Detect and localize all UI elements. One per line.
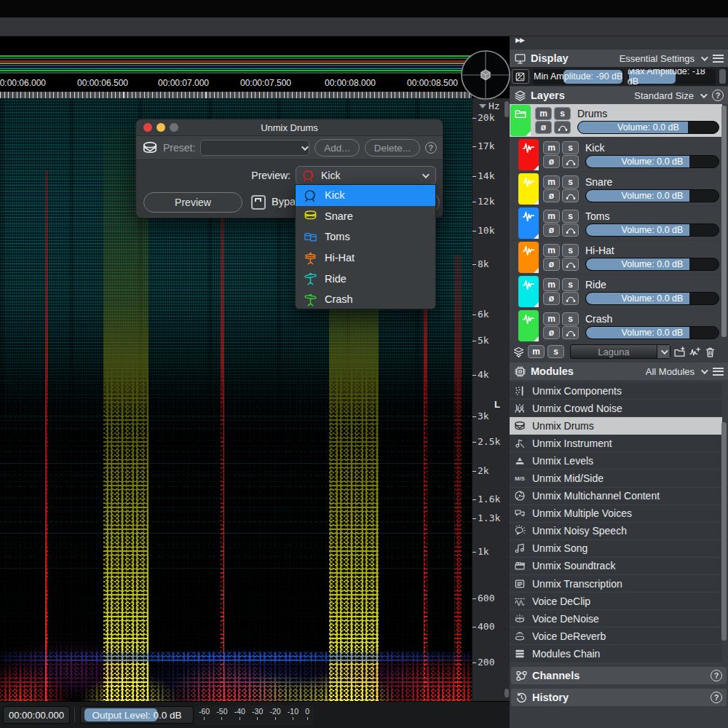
preview-option-snare[interactable]: Snare: [296, 206, 435, 227]
layer-row-ride[interactable]: msRideøVolume: 0.0 dB: [510, 275, 722, 308]
timeline-ticks[interactable]: [0, 92, 472, 98]
envelope-button[interactable]: [562, 189, 579, 202]
modules-scrollbar[interactable]: [721, 422, 727, 641]
frequency-scale[interactable]: Hz L 20k17k14k12k10k8k6k5k4k3k2.5k2k1.6k…: [472, 98, 510, 701]
module-item-voice-declip[interactable]: Voice DeClip: [510, 593, 722, 610]
channels-help-icon[interactable]: ?: [711, 670, 722, 681]
layer-waveform-icon[interactable]: [518, 242, 539, 273]
module-item-unmix-levels[interactable]: Unmix Levels: [510, 452, 722, 470]
mute-button[interactable]: m: [543, 210, 560, 223]
flatten-layers-icon[interactable]: [513, 346, 525, 358]
channels-section-header[interactable]: Channels ?: [511, 667, 727, 684]
min-amplitude-field[interactable]: Min Amplitude: -90 dB: [533, 69, 624, 84]
layers-section-header[interactable]: Layers Standard Size ?: [510, 87, 728, 104]
module-item-voice-dereverb[interactable]: Voice DeReverb: [510, 628, 722, 645]
module-item-unmix-mid-side[interactable]: M/SUnmix Mid/Side: [510, 470, 722, 487]
module-item-unmix-drums[interactable]: Unmix Drums: [510, 417, 722, 435]
solo-button[interactable]: s: [554, 107, 571, 120]
group-folder-icon[interactable]: [510, 105, 531, 136]
sample-select[interactable]: Laguna: [570, 344, 670, 359]
preview-option-toms[interactable]: Toms: [296, 226, 435, 248]
phase-invert-button[interactable]: ø: [543, 258, 560, 271]
playhead-time-field[interactable]: 00:00:00.000: [3, 706, 70, 724]
preview-button[interactable]: Preview: [143, 192, 242, 213]
volume-slider[interactable]: Volume: 0.0 dB: [585, 326, 719, 339]
mute-button[interactable]: m: [535, 107, 552, 120]
layer-waveform-icon[interactable]: [518, 139, 539, 170]
layer-waveform-icon[interactable]: [518, 207, 539, 239]
layer-row-hi-hat[interactable]: msHi-HatøVolume: 0.0 dB: [510, 241, 722, 274]
envelope-button[interactable]: [554, 121, 571, 134]
minimize-window-icon[interactable]: [157, 123, 165, 132]
module-item-voice-denoise[interactable]: Voice DeNoise: [510, 610, 722, 628]
display-section-header[interactable]: Display Essential Settings: [510, 50, 728, 67]
module-item-unmix-multiple-voices[interactable]: Unmix Multiple Voices: [510, 505, 722, 523]
freq-scrollbar-top[interactable]: [505, 101, 509, 117]
volume-slider[interactable]: Volume: 0.0 dB: [585, 258, 719, 271]
new-group-button[interactable]: [673, 346, 686, 358]
display-menu-icon[interactable]: [713, 55, 724, 63]
solo-button[interactable]: s: [562, 278, 579, 291]
modules-section-header[interactable]: Modules All Modules: [510, 363, 728, 380]
panel-collapse-strip[interactable]: ▶▶: [510, 36, 728, 50]
layer-waveform-icon[interactable]: [518, 276, 539, 307]
mute-button[interactable]: m: [543, 244, 560, 257]
layer-row-drums[interactable]: msDrumsøVolume: 0.0 dB: [510, 104, 722, 137]
layers-scrollbar[interactable]: [721, 106, 727, 337]
volume-slider[interactable]: Volume: 0.0 dB: [585, 155, 719, 168]
module-item-unmix-song[interactable]: Unmix Song: [510, 540, 722, 558]
master-mute-button[interactable]: m: [528, 345, 545, 358]
phase-invert-button[interactable]: ø: [543, 155, 560, 168]
volume-slider[interactable]: Volume: 0.0 dB: [577, 121, 719, 134]
layer-row-toms[interactable]: msTomsøVolume: 0.0 dB: [510, 207, 722, 240]
envelope-button[interactable]: [562, 258, 579, 271]
volume-slider[interactable]: Volume: 0.0 dB: [585, 189, 719, 202]
dialog-help-icon[interactable]: ?: [425, 142, 437, 154]
max-amplitude-field[interactable]: Max Amplitude: -18 dB: [628, 69, 716, 84]
history-section-header[interactable]: History ?: [511, 689, 727, 706]
preview-option-crash[interactable]: Crash: [296, 289, 435, 309]
volume-slider[interactable]: Volume: 0.0 dB: [585, 223, 719, 237]
modules-filter-preset[interactable]: All Modules: [646, 366, 695, 377]
solo-button[interactable]: s: [562, 141, 579, 154]
module-item-unmix-multichannel-content[interactable]: Unmix Multichannel Content: [510, 488, 722, 505]
overview-navigator[interactable]: [0, 55, 472, 75]
module-item-unmix-components[interactable]: Unmix Components: [510, 382, 722, 400]
preview-option-ride[interactable]: Ride: [296, 268, 435, 289]
phase-invert-button[interactable]: ø: [543, 223, 560, 237]
phase-invert-button[interactable]: ø: [535, 121, 552, 134]
module-item-unmix-instrument[interactable]: Unmix Instrument: [510, 435, 722, 452]
amplitude-contrast-button[interactable]: [512, 69, 529, 84]
volume-slider[interactable]: Volume: 0.0 dB: [585, 292, 719, 305]
solo-button[interactable]: s: [562, 210, 579, 223]
freq-scrollbar-bottom[interactable]: [505, 689, 509, 697]
new-layer-button[interactable]: [689, 346, 701, 358]
phase-invert-button[interactable]: ø: [543, 292, 560, 305]
close-window-icon[interactable]: [143, 123, 152, 132]
layers-size-preset[interactable]: Standard Size: [634, 90, 694, 101]
layer-waveform-icon[interactable]: [518, 310, 539, 341]
module-item-unmix-transcription[interactable]: Unmix Transcription: [510, 575, 722, 593]
delete-layer-button[interactable]: [704, 346, 716, 358]
layer-row-kick[interactable]: msKickøVolume: 0.0 dB: [510, 138, 722, 171]
freq-scale-collapse-icon[interactable]: [479, 104, 486, 108]
timeline-ruler[interactable]: 00:00:06.00000:00:06.50000:00:07.00000:0…: [0, 75, 472, 92]
preview-select[interactable]: Kick: [296, 166, 436, 185]
history-help-icon[interactable]: ?: [711, 692, 722, 703]
layer-row-crash[interactable]: msCrashøVolume: 0.0 dB: [510, 309, 722, 342]
bypass-checkbox[interactable]: [251, 195, 266, 210]
dialog-titlebar[interactable]: Unmix Drums: [136, 119, 443, 136]
amp-scroll-nub[interactable]: [719, 69, 726, 84]
phase-invert-button[interactable]: ø: [543, 189, 560, 202]
modules-menu-icon[interactable]: [713, 368, 724, 376]
add-preset-button[interactable]: Add...: [314, 139, 359, 157]
mute-button[interactable]: m: [543, 312, 560, 325]
module-item-unmix-crowd-noise[interactable]: Unmix Crowd Noise: [510, 400, 722, 417]
module-item-unmix-soundtrack[interactable]: Unmix Soundtrack: [510, 558, 722, 575]
mute-button[interactable]: m: [543, 278, 560, 291]
module-item-unmix-noisy-speech[interactable]: Unmix Noisy Speech: [510, 523, 722, 540]
layer-waveform-icon[interactable]: [518, 173, 539, 205]
preview-option-kick[interactable]: Kick: [296, 185, 435, 206]
mute-button[interactable]: m: [543, 141, 560, 154]
phase-invert-button[interactable]: ø: [543, 326, 560, 339]
